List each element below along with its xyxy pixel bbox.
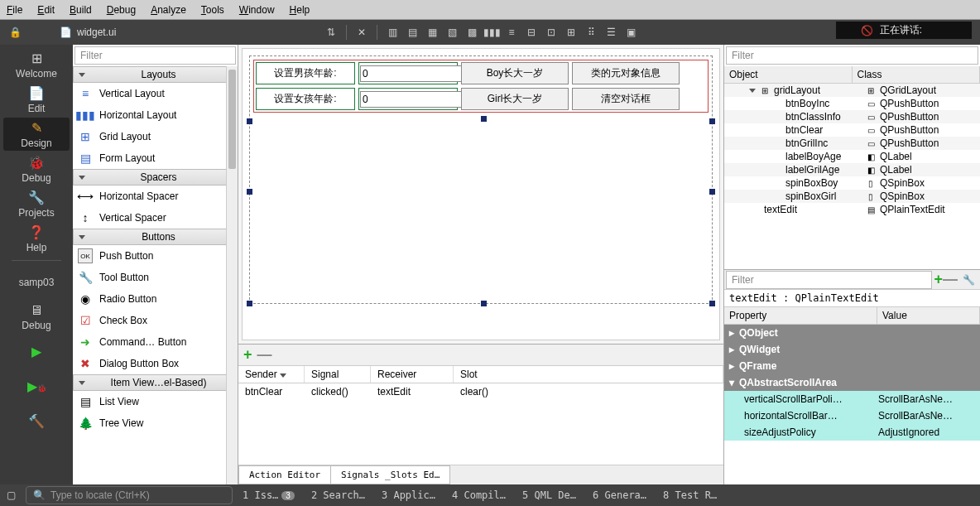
layout-hs-icon[interactable]: ▦ — [424, 24, 440, 41]
list-icon[interactable]: ☰ — [603, 24, 619, 41]
label-girl-age[interactable]: 设置女孩年龄: — [256, 88, 355, 110]
menu-tools[interactable]: Tools — [201, 4, 224, 16]
widget-tool-button[interactable]: 🔧Tool Button — [73, 267, 238, 288]
status-item[interactable]: 4 Compil… — [452, 489, 506, 501]
status-item[interactable]: 3 Applic… — [382, 489, 435, 501]
close-icon[interactable]: ✕ — [353, 24, 370, 41]
mode-welcome[interactable]: ⊞Welcome — [3, 48, 70, 81]
object-row[interactable]: btnGrilInc▭QPushButton — [724, 137, 980, 150]
layout-grid-icon[interactable]: ▩ — [464, 24, 480, 41]
category-itemviews[interactable]: Item View…el-Based) — [73, 374, 238, 391]
status-item[interactable]: 1 Iss… 3 — [243, 489, 295, 501]
build-button[interactable]: 🔨 — [3, 405, 70, 438]
col-signal[interactable]: Signal — [305, 366, 371, 383]
mode-projects[interactable]: 🔧Projects — [3, 187, 70, 220]
selection-handle[interactable] — [709, 301, 715, 306]
kit-selector[interactable]: samp03 — [3, 266, 70, 299]
widget-vertical-spacer[interactable]: ↕Vertical Spacer — [73, 207, 238, 229]
selection-handle[interactable] — [247, 118, 252, 124]
widget-check-box[interactable]: ☑Check Box — [73, 310, 238, 331]
selection-handle[interactable] — [481, 301, 487, 306]
property-filter[interactable]: Filter — [726, 271, 932, 289]
break-layout-icon[interactable]: ⊟ — [523, 24, 540, 41]
layout-cols-icon[interactable]: ▮▮▮ — [483, 24, 500, 41]
btn-class-info[interactable]: 类的元对象信息 — [572, 62, 680, 84]
selection-handle[interactable] — [709, 118, 715, 124]
add-signal-icon[interactable]: + — [243, 346, 252, 364]
lock-icon[interactable]: 🔒 — [7, 24, 23, 41]
grid-layout[interactable]: 设置男孩年龄: ▲▼ Boy长大一岁 类的元对象信息 设置女孩年龄: ▲▼ Gi… — [253, 60, 709, 113]
build-config[interactable]: 🖥Debug — [3, 301, 70, 334]
layout-h-icon[interactable]: ▥ — [384, 24, 401, 41]
col-object[interactable]: Object — [724, 66, 853, 83]
form-widget[interactable]: 设置男孩年龄: ▲▼ Boy长大一岁 类的元对象信息 设置女孩年龄: ▲▼ Gi… — [249, 55, 713, 304]
selection-handle[interactable] — [709, 189, 715, 195]
form-canvas[interactable]: 设置男孩年龄: ▲▼ Boy长大一岁 类的元对象信息 设置女孩年龄: ▲▼ Gi… — [242, 48, 720, 340]
selection-handle[interactable] — [481, 116, 487, 122]
mode-debug[interactable]: 🐞Debug — [3, 152, 70, 186]
updown-icon[interactable]: ⇅ — [323, 24, 339, 41]
object-tree[interactable]: ⊞gridLayout⊞QGridLayoutbtnBoyInc▭QPushBu… — [724, 84, 980, 269]
layout-rows-icon[interactable]: ≡ — [503, 24, 520, 41]
btn-boy-inc[interactable]: Boy长大一岁 — [461, 62, 569, 84]
run-button[interactable]: ▶ — [3, 335, 70, 369]
file-tab[interactable]: 📄 widget.ui — [60, 27, 116, 38]
property-group[interactable]: ▸QWidget — [724, 341, 980, 358]
adjust-size-icon[interactable]: ⊡ — [543, 24, 560, 41]
wrench-icon[interactable]: 🔧 — [958, 274, 980, 286]
preview-icon[interactable]: ▣ — [622, 24, 639, 41]
dots-icon[interactable]: ⠿ — [583, 24, 599, 41]
widget-horizontal-spacer[interactable]: ⟷Horizontal Spacer — [73, 186, 238, 207]
menu-help[interactable]: Help — [290, 4, 310, 16]
label-boy-age[interactable]: 设置男孩年龄: — [256, 62, 355, 84]
object-row[interactable]: spinBoxBoy▯QSpinBox — [724, 176, 980, 190]
col-slot[interactable]: Slot — [454, 366, 723, 383]
menu-analyze[interactable]: Analyze — [151, 4, 186, 16]
property-body[interactable]: ▸QObject▸QWidget▸QFrame▾QAbstractScrollA… — [724, 325, 980, 484]
remove-prop-icon[interactable]: — — [943, 271, 958, 288]
object-row[interactable]: btnClear▭QPushButton — [724, 123, 980, 137]
property-row[interactable]: horizontalScrollBar…ScrollBarAsNe… — [724, 407, 980, 424]
category-spacers[interactable]: Spacers — [73, 169, 238, 186]
status-item[interactable]: 8 Test R… — [663, 489, 717, 501]
btn-clear[interactable]: 清空对话框 — [572, 88, 680, 110]
spinbox-boy[interactable]: ▲▼ — [358, 62, 458, 84]
widget-radio-button[interactable]: ◉Radio Button — [73, 288, 238, 310]
property-row[interactable]: verticalScrollBarPoli…ScrollBarAsNe… — [724, 391, 980, 407]
category-buttons[interactable]: Buttons — [73, 229, 238, 245]
remove-signal-icon[interactable]: — — [257, 346, 272, 364]
widget-form-layout[interactable]: ▤Form Layout — [73, 147, 238, 169]
menu-debug[interactable]: Debug — [107, 4, 136, 16]
spinbox-girl[interactable]: ▲▼ — [358, 88, 458, 110]
tab-signals-slots[interactable]: Signals _Slots Ed… — [330, 465, 450, 484]
status-item[interactable]: 2 Search… — [311, 489, 365, 501]
menu-build[interactable]: Build — [70, 4, 92, 16]
widget-vertical-layout[interactable]: ≡Vertical Layout — [73, 83, 238, 104]
object-row[interactable]: labelBoyAge◧QLabel — [724, 150, 980, 163]
mode-edit[interactable]: 📄Edit — [3, 83, 70, 116]
widget-command-button[interactable]: ➜Command… Button — [73, 331, 238, 353]
selection-handle[interactable] — [247, 189, 252, 195]
locator-input[interactable]: 🔍 Type to locate (Ctrl+K) — [26, 486, 233, 504]
layout-vs-icon[interactable]: ▧ — [444, 24, 460, 41]
col-value[interactable]: Value — [877, 307, 980, 324]
widgetbox-scrollbar[interactable] — [226, 66, 238, 484]
object-row[interactable]: btnBoyInc▭QPushButton — [724, 97, 980, 110]
widget-grid-layout[interactable]: ⊞Grid Layout — [73, 126, 238, 147]
mode-design[interactable]: ✎Design — [3, 118, 70, 151]
widgetbox-filter[interactable]: Filter — [74, 46, 236, 65]
col-property[interactable]: Property — [724, 307, 877, 324]
object-row[interactable]: spinBoxGirl▯QSpinBox — [724, 190, 980, 203]
object-filter[interactable]: Filter — [726, 46, 978, 65]
btn-girl-inc[interactable]: Girl长大一岁 — [461, 88, 569, 110]
add-prop-icon[interactable]: + — [934, 271, 943, 288]
property-row[interactable]: sizeAdjustPolicyAdjustIgnored — [724, 424, 980, 441]
widget-tree-view[interactable]: 🌲Tree View — [73, 412, 238, 434]
widgetbox-scroll[interactable]: Layouts ≡Vertical Layout ▮▮▮Horizontal L… — [73, 66, 238, 484]
property-group[interactable]: ▸QFrame — [724, 358, 980, 374]
widget-list-view[interactable]: ▤List View — [73, 391, 238, 412]
menu-edit[interactable]: Edit — [37, 4, 55, 16]
object-row[interactable]: textEdit▤QPlainTextEdit — [724, 203, 980, 216]
col-receiver[interactable]: Receiver — [371, 366, 454, 383]
layout-v-icon[interactable]: ▤ — [404, 24, 420, 41]
